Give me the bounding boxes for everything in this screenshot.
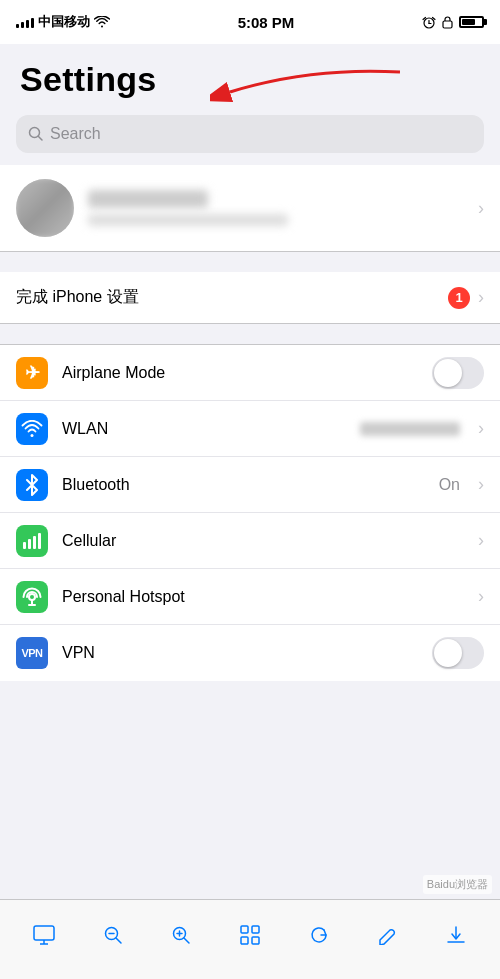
profile-info (88, 190, 464, 226)
svg-rect-27 (252, 937, 259, 944)
watermark: Baidu浏览器 (423, 875, 492, 894)
vpn-toggle-knob (434, 639, 462, 667)
svg-line-6 (39, 137, 43, 141)
bluetooth-value: On (439, 476, 460, 494)
airplane-mode-item[interactable]: ✈ Airplane Mode (0, 345, 500, 401)
profile-subtitle-blurred (88, 214, 288, 226)
cellular-item[interactable]: Cellular › (0, 513, 500, 569)
vpn-icon-container: VPN (16, 637, 48, 669)
hotspot-icon-container (16, 581, 48, 613)
wifi-status-icon (94, 16, 110, 28)
toolbar-edit[interactable] (367, 915, 407, 955)
profile-chevron-icon: › (478, 198, 484, 219)
cellular-label: Cellular (62, 532, 464, 550)
annotation-arrow (210, 62, 410, 112)
zoom-in-icon (171, 925, 191, 945)
svg-rect-26 (241, 937, 248, 944)
airplane-mode-toggle-knob (434, 359, 462, 387)
cellular-icon-container (16, 525, 48, 557)
vpn-label: VPN (62, 644, 418, 662)
status-left: 中国移动 (16, 13, 110, 31)
toolbar-zoom-in[interactable] (161, 915, 201, 955)
wlan-icon (21, 420, 43, 438)
zoom-out-icon (103, 925, 123, 945)
wlan-label: WLAN (62, 420, 346, 438)
profile-name-blurred (88, 190, 208, 208)
setup-badge: 1 (448, 287, 470, 309)
hotspot-icon (21, 586, 43, 608)
edit-icon (377, 925, 397, 945)
bluetooth-item[interactable]: Bluetooth On › (0, 457, 500, 513)
settings-group: ✈ Airplane Mode WLAN › Bluetooth On (0, 344, 500, 681)
vpn-item[interactable]: VPN VPN (0, 625, 500, 681)
svg-rect-8 (28, 539, 31, 549)
status-right (422, 15, 484, 29)
search-container: Search (0, 107, 500, 165)
svg-rect-7 (23, 542, 26, 549)
svg-rect-10 (38, 533, 41, 549)
status-bar: 中国移动 5:08 PM (0, 0, 500, 44)
wlan-item[interactable]: WLAN › (0, 401, 500, 457)
vpn-toggle[interactable] (432, 637, 484, 669)
vpn-icon-label: VPN (21, 647, 42, 659)
hotspot-chevron-icon: › (478, 586, 484, 607)
airplane-mode-label: Airplane Mode (62, 364, 418, 382)
setup-chevron-icon: › (478, 287, 484, 308)
wlan-value-blurred (360, 422, 460, 436)
signal-icon (16, 16, 34, 28)
svg-rect-9 (33, 536, 36, 549)
profile-section[interactable]: › (0, 165, 500, 252)
lock-icon (442, 15, 453, 29)
search-placeholder: Search (50, 125, 101, 143)
refresh-icon (309, 925, 329, 945)
cellular-icon (22, 532, 42, 550)
hotspot-label: Personal Hotspot (62, 588, 464, 606)
airplane-mode-toggle[interactable] (432, 357, 484, 389)
cellular-chevron-icon: › (478, 530, 484, 551)
wlan-icon-container (16, 413, 48, 445)
wlan-chevron-icon: › (478, 418, 484, 439)
bluetooth-icon (23, 474, 41, 496)
search-bar[interactable]: Search (16, 115, 484, 153)
time-display: 5:08 PM (238, 14, 295, 31)
alarm-icon (422, 15, 436, 29)
setup-right: 1 › (448, 287, 484, 309)
search-icon (28, 126, 44, 142)
avatar (16, 179, 74, 237)
toolbar-download[interactable] (436, 915, 476, 955)
toolbar-grid[interactable] (230, 915, 270, 955)
battery-icon (459, 16, 484, 28)
setup-text: 完成 iPhone 设置 (16, 287, 139, 308)
toolbar-refresh[interactable] (299, 915, 339, 955)
bluetooth-chevron-icon: › (478, 474, 484, 495)
toolbar-zoom-out[interactable] (93, 915, 133, 955)
hotspot-item[interactable]: Personal Hotspot › (0, 569, 500, 625)
grid-icon (240, 925, 260, 945)
airplane-mode-icon-container: ✈ (16, 357, 48, 389)
bluetooth-icon-container (16, 469, 48, 501)
monitor-icon (33, 925, 55, 945)
svg-line-19 (116, 938, 121, 943)
setup-banner[interactable]: 完成 iPhone 设置 1 › (0, 272, 500, 324)
header-area: Settings (0, 44, 500, 107)
bluetooth-label: Bluetooth (62, 476, 425, 494)
carrier-label: 中国移动 (38, 13, 90, 31)
airplane-icon: ✈ (25, 362, 40, 384)
bottom-toolbar (0, 899, 500, 979)
svg-rect-25 (252, 926, 259, 933)
svg-rect-14 (34, 926, 54, 940)
toolbar-monitor[interactable] (24, 915, 64, 955)
svg-line-23 (184, 938, 189, 943)
svg-rect-3 (443, 21, 452, 28)
svg-rect-24 (241, 926, 248, 933)
download-icon (446, 925, 466, 945)
